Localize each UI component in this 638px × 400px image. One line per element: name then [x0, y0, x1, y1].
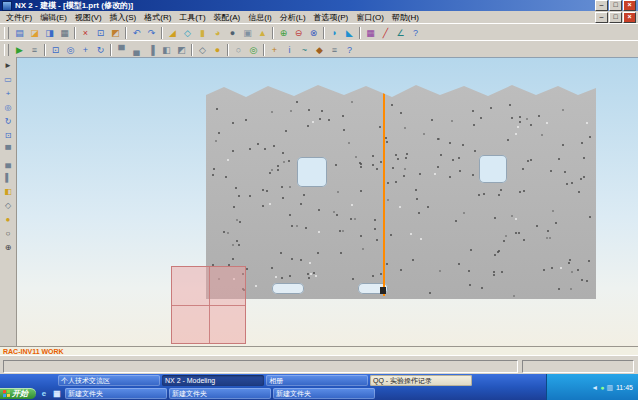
show-object-icon[interactable]: ◎ — [246, 43, 261, 57]
right-view-icon[interactable]: ▌ — [2, 171, 15, 184]
top-view-icon[interactable]: ▄ — [2, 157, 15, 170]
mdi-close-button[interactable]: × — [623, 12, 636, 23]
taskbar-button[interactable]: NX 2 - Modeling — [162, 375, 264, 386]
intersect-icon[interactable]: ⊗ — [306, 26, 321, 40]
menu-item[interactable]: 窗口(O) — [352, 12, 388, 23]
object-info-icon[interactable]: i — [282, 43, 297, 57]
help-icon[interactable]: ? — [408, 26, 423, 40]
block-icon[interactable]: ▣ — [240, 26, 255, 40]
iso-view-icon[interactable]: ◧ — [2, 185, 15, 198]
taskbar-button[interactable]: 相册 — [266, 375, 368, 386]
isometric-view-icon[interactable]: ◧ — [159, 43, 174, 57]
pattern-feature-icon[interactable]: ▦ — [363, 26, 378, 40]
toolbar-grip[interactable] — [4, 27, 9, 39]
undo-icon[interactable]: ↶ — [129, 26, 144, 40]
boss-icon[interactable]: ▲ — [255, 26, 270, 40]
right-view-icon[interactable]: ▐ — [144, 43, 159, 57]
revolve-icon[interactable]: ◕ — [210, 26, 225, 40]
taskbar-button[interactable]: 新建文件夹 — [65, 388, 167, 399]
fit-view-icon[interactable]: ⊡ — [48, 43, 63, 57]
new-file-icon[interactable]: ▤ — [12, 26, 27, 40]
taskbar-button[interactable]: 个人技术交流区 — [58, 375, 160, 386]
unite-icon[interactable]: ⊕ — [276, 26, 291, 40]
save-file-icon[interactable]: ◨ — [42, 26, 57, 40]
fit-view-icon[interactable]: ⊡ — [2, 129, 15, 142]
layer-settings-icon[interactable]: ≡ — [27, 43, 42, 57]
taskbar-clock[interactable]: 11:45 — [616, 384, 633, 391]
preferences-icon[interactable]: ≡ — [327, 43, 342, 57]
menu-item[interactable]: 格式(R) — [140, 12, 175, 23]
wcs-dynamics-icon[interactable]: + — [267, 43, 282, 57]
rotate-view-icon[interactable]: ↻ — [2, 115, 15, 128]
mdi-restore-button[interactable]: □ — [609, 12, 622, 23]
chamfer-icon[interactable]: ◣ — [342, 26, 357, 40]
top-view-icon[interactable]: ▄ — [129, 43, 144, 57]
menu-item[interactable]: 首选项(P) — [310, 12, 353, 23]
hide-object-icon[interactable]: ○ — [231, 43, 246, 57]
front-view-icon[interactable]: ▀ — [2, 143, 15, 156]
print-icon[interactable]: ▦ — [57, 26, 72, 40]
wireframe-display-icon[interactable]: ◇ — [195, 43, 210, 57]
analysis-icon[interactable]: ~ — [297, 43, 312, 57]
pan-icon[interactable]: + — [78, 43, 93, 57]
shaded-mode-icon[interactable]: ● — [2, 213, 15, 226]
rotate-view-icon[interactable]: ↻ — [93, 43, 108, 57]
menu-item[interactable]: 文件(F) — [2, 12, 36, 23]
sketch-icon[interactable]: ◢ — [165, 26, 180, 40]
wireframe-mode-icon[interactable]: ◇ — [2, 199, 15, 212]
menu-item[interactable]: 工具(T) — [175, 12, 209, 23]
snap-circle-icon[interactable]: ○ — [2, 227, 15, 240]
rect-select-icon[interactable]: ▭ — [2, 73, 15, 86]
part-body[interactable] — [206, 83, 596, 299]
graphics-viewport[interactable] — [17, 57, 638, 346]
taskbar-button[interactable]: 新建文件夹 — [169, 388, 271, 399]
snap-point-icon[interactable]: ◆ — [312, 43, 327, 57]
start-button[interactable]: 开始 — [0, 388, 36, 399]
cut-icon[interactable]: × — [78, 26, 93, 40]
measure-icon[interactable]: ∠ — [393, 26, 408, 40]
network-icon[interactable]: ▥ — [606, 384, 613, 391]
close-button[interactable]: × — [623, 0, 636, 11]
menu-item[interactable]: 视图(V) — [71, 12, 106, 23]
snap-center-icon[interactable]: ⊕ — [2, 241, 15, 254]
quick-launch: e ▦ — [38, 388, 63, 399]
highlighted-split-edge[interactable] — [383, 86, 385, 296]
volume-icon[interactable]: ◄ — [591, 384, 598, 391]
show-desktop-icon[interactable]: ▦ — [51, 388, 63, 399]
taskbar-row-top: 个人技术交流区 NX 2 - Modeling 相册 QQ - 实验操作记录 — [58, 375, 550, 386]
edge-blend-icon[interactable]: ◗ — [327, 26, 342, 40]
sketch-curve-icon[interactable]: ╱ — [378, 26, 393, 40]
ie-quick-icon[interactable]: e — [38, 388, 50, 399]
copy-icon[interactable]: ⊡ — [93, 26, 108, 40]
taskbar-button[interactable]: QQ - 实验操作记录 — [370, 375, 472, 386]
extrude-icon[interactable]: ▮ — [195, 26, 210, 40]
menu-item[interactable]: 插入(S) — [106, 12, 141, 23]
zoom-view-icon[interactable]: ◎ — [2, 101, 15, 114]
start-app-icon[interactable]: ▶ — [12, 43, 27, 57]
hole-icon[interactable]: ● — [225, 26, 240, 40]
select-cursor-icon[interactable]: ► — [2, 59, 15, 72]
title-bar[interactable]: NX 2 - 建模 - [模型1.prt (修改的)] – □ × — [0, 0, 638, 11]
front-view-icon[interactable]: ▀ — [114, 43, 129, 57]
menu-item[interactable]: 编辑(E) — [36, 12, 71, 23]
subtract-icon[interactable]: ⊖ — [291, 26, 306, 40]
toolbar-grip[interactable] — [4, 44, 9, 56]
antivirus-icon[interactable]: ● — [600, 384, 604, 391]
pan-view-icon[interactable]: + — [2, 87, 15, 100]
menu-item[interactable]: 帮助(H) — [388, 12, 423, 23]
taskbar-button[interactable]: 新建文件夹 — [273, 388, 375, 399]
menu-item[interactable]: 装配(A) — [210, 12, 245, 23]
zoom-icon[interactable]: ◎ — [63, 43, 78, 57]
maximize-button[interactable]: □ — [609, 0, 622, 11]
trimetric-view-icon[interactable]: ◩ — [174, 43, 189, 57]
menu-item[interactable]: 信息(I) — [244, 12, 276, 23]
shaded-display-icon[interactable]: ● — [210, 43, 225, 57]
open-file-icon[interactable]: ◪ — [27, 26, 42, 40]
redo-icon[interactable]: ↷ — [144, 26, 159, 40]
mdi-minimize-button[interactable]: – — [595, 12, 608, 23]
menu-item[interactable]: 分析(L) — [276, 12, 310, 23]
paste-icon[interactable]: ◩ — [108, 26, 123, 40]
minimize-button[interactable]: – — [595, 0, 608, 11]
datum-plane-icon[interactable]: ◇ — [180, 26, 195, 40]
context-help-icon[interactable]: ? — [342, 43, 357, 57]
